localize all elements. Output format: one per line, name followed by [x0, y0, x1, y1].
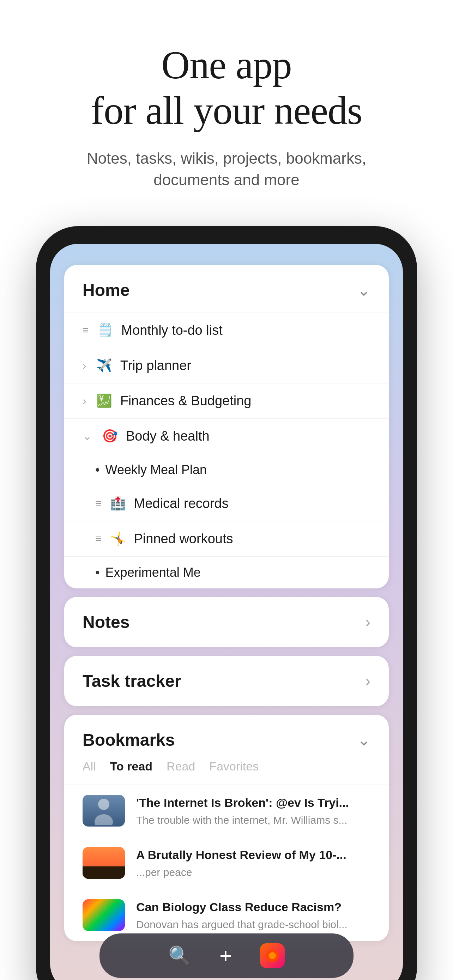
- phone-frame: Home ⌄ ≡ 🗒️ Monthly to-do list › ✈️ Trip…: [36, 226, 417, 980]
- task-arrow-icon: ›: [365, 672, 370, 690]
- notes-card[interactable]: Notes ›: [64, 597, 389, 648]
- home-chevron-down-icon: ⌄: [358, 281, 370, 299]
- medical-icon: 🏥: [110, 496, 126, 511]
- bookmarks-card: Bookmarks ⌄ All To read Read Favorites: [64, 715, 389, 942]
- chevron-down-body-icon: ⌄: [83, 430, 92, 443]
- bookmarks-chevron-down-icon: ⌄: [358, 731, 370, 749]
- app-icon[interactable]: [260, 943, 285, 968]
- bottom-bar: 🔍 +: [100, 934, 353, 978]
- menu-item-body[interactable]: ⌄ 🎯 Body & health: [64, 418, 389, 453]
- bookmark-content-1: 'The Internet Is Broken': @ev Is Tryi...…: [136, 795, 370, 827]
- phone-screen: Home ⌄ ≡ 🗒️ Monthly to-do list › ✈️ Trip…: [50, 244, 403, 980]
- bullet-meal-icon: •: [95, 463, 100, 476]
- bookmark-item-2[interactable]: A Brutally Honest Review of My 10-... ..…: [64, 837, 389, 889]
- filter-icon-workouts: ≡: [95, 533, 102, 545]
- monthly-icon: 🗒️: [97, 323, 113, 337]
- sub-item-meal[interactable]: • Weekly Meal Plan: [64, 453, 389, 486]
- person-silhouette-icon: [83, 795, 125, 827]
- bookmarks-tabs: All To read Read Favorites: [64, 759, 389, 784]
- notes-title: Notes: [83, 612, 129, 632]
- hero-title: One app for all your needs: [28, 42, 425, 134]
- trip-label: Trip planner: [120, 358, 191, 373]
- workouts-label: Pinned workouts: [134, 531, 233, 546]
- sub-item-experimental[interactable]: • Experimental Me: [64, 556, 389, 589]
- svg-point-1: [95, 814, 113, 825]
- bullet-experimental-icon: •: [95, 566, 100, 579]
- bookmark-desc-1: The trouble with the internet, Mr. Willi…: [136, 813, 370, 827]
- bookmarks-title: Bookmarks: [83, 730, 175, 749]
- chevron-right-trip-icon: ›: [83, 359, 86, 372]
- bookmark-desc-3: Donovan has argued that grade-school bio…: [136, 918, 370, 931]
- body-label: Body & health: [126, 429, 210, 444]
- menu-item-medical[interactable]: ≡ 🏥 Medical records: [64, 486, 389, 521]
- bookmark-title-2: A Brutally Honest Review of My 10-...: [136, 847, 370, 862]
- menu-item-trip[interactable]: › ✈️ Trip planner: [64, 348, 389, 383]
- hero-section: One app for all your needs Notes, tasks,…: [0, 0, 453, 212]
- menu-item-workouts[interactable]: ≡ 🤸 Pinned workouts: [64, 521, 389, 556]
- filter-icon-monthly: ≡: [83, 324, 89, 336]
- menu-item-monthly[interactable]: ≡ 🗒️ Monthly to-do list: [64, 313, 389, 348]
- workouts-icon: 🤸: [110, 531, 126, 546]
- bookmark-content-2: A Brutally Honest Review of My 10-... ..…: [136, 847, 370, 879]
- meal-label: Weekly Meal Plan: [105, 463, 207, 477]
- experimental-label: Experimental Me: [105, 565, 201, 580]
- body-icon: 🎯: [102, 429, 118, 444]
- home-card-header[interactable]: Home ⌄: [64, 265, 389, 313]
- tab-favorites[interactable]: Favorites: [209, 759, 259, 773]
- bookmark-thumb-3: [83, 899, 125, 931]
- phone-wrapper: Home ⌄ ≡ 🗒️ Monthly to-do list › ✈️ Trip…: [0, 212, 453, 980]
- bookmark-thumb-1: [83, 795, 125, 827]
- tab-to-read[interactable]: To read: [110, 759, 153, 773]
- home-card: Home ⌄ ≡ 🗒️ Monthly to-do list › ✈️ Trip…: [64, 265, 389, 589]
- bookmark-title-3: Can Biology Class Reduce Racism?: [136, 899, 370, 915]
- finances-icon: 💹: [96, 393, 112, 408]
- search-icon[interactable]: 🔍: [168, 945, 191, 967]
- sunset-scene-icon: [83, 847, 125, 879]
- add-icon[interactable]: +: [219, 943, 232, 968]
- bookmark-desc-2: ...per peace: [136, 865, 370, 879]
- tab-all[interactable]: All: [83, 759, 96, 773]
- task-tracker-card[interactable]: Task tracker ›: [64, 656, 389, 706]
- monthly-label: Monthly to-do list: [121, 323, 223, 338]
- medical-label: Medical records: [134, 496, 229, 511]
- hero-subtitle: Notes, tasks, wikis, projects, bookmarks…: [28, 148, 425, 191]
- tab-read[interactable]: Read: [167, 759, 195, 773]
- svg-point-0: [98, 799, 110, 810]
- finances-label: Finances & Budgeting: [120, 393, 251, 409]
- menu-item-finances[interactable]: › 💹 Finances & Budgeting: [64, 383, 389, 418]
- filter-icon-medical: ≡: [95, 497, 102, 509]
- svg-point-3: [269, 952, 276, 959]
- bookmark-item-1[interactable]: 'The Internet Is Broken': @ev Is Tryi...…: [64, 784, 389, 837]
- bookmark-thumb-2: [83, 847, 125, 879]
- chevron-right-finances-icon: ›: [83, 395, 86, 407]
- task-tracker-title: Task tracker: [83, 671, 181, 691]
- notes-arrow-icon: ›: [365, 613, 370, 631]
- bookmarks-header[interactable]: Bookmarks ⌄: [64, 715, 389, 759]
- home-title: Home: [83, 280, 129, 300]
- colorful-scene-icon: [83, 899, 125, 931]
- trip-icon: ✈️: [96, 358, 112, 373]
- bookmark-title-1: 'The Internet Is Broken': @ev Is Tryi...: [136, 795, 370, 810]
- bookmark-content-3: Can Biology Class Reduce Racism? Donovan…: [136, 899, 370, 931]
